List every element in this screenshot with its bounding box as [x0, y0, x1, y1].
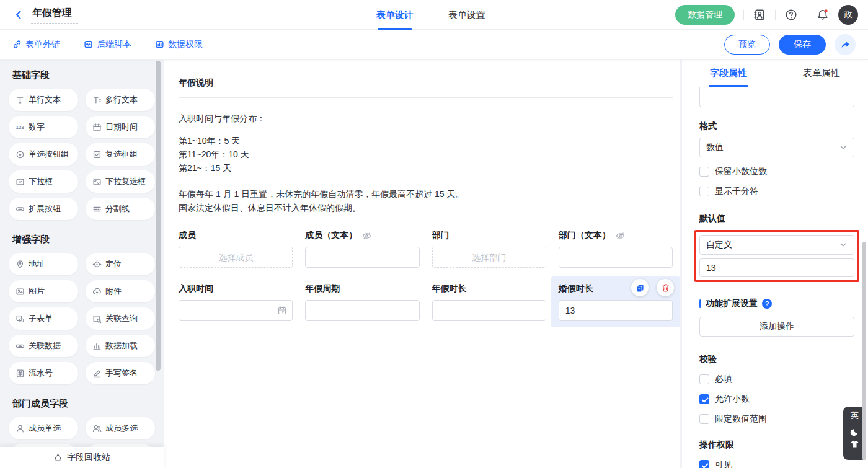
field-pill-divider[interactable]: 分割线 — [86, 198, 155, 220]
field-pill-attachment[interactable]: 附件 — [86, 280, 155, 302]
checkbox-box[interactable] — [699, 460, 709, 468]
field-pill-linked-data[interactable]: 关联数据 — [9, 335, 78, 357]
eye-off-icon — [361, 231, 372, 241]
field-pill-number[interactable]: 123数字 — [9, 116, 78, 138]
chevron-down-icon — [839, 241, 848, 249]
radio-icon — [16, 150, 25, 159]
default-value-input[interactable] — [699, 258, 854, 277]
field-department[interactable]: 部门 — [432, 229, 546, 268]
tab-form-properties[interactable]: 表单属性 — [775, 60, 868, 87]
form-description-field[interactable]: 年假说明 入职时间与年假分布： 第1~10年：5 天 第11~20年：10 天 … — [179, 76, 673, 214]
checkbox-box[interactable] — [699, 374, 709, 384]
field-annual-leave-duration[interactable]: 年假时长 — [432, 283, 546, 321]
field-pill-data-load[interactable]: 数据加载 — [86, 335, 155, 357]
preview-button[interactable]: 预览 — [724, 35, 770, 55]
field-pill-address[interactable]: 地址 — [9, 253, 78, 275]
extension-help-icon[interactable]: ? — [762, 299, 772, 309]
enhanced-field-list: 地址 定位 图片 附件 子表单 关联查询 关联数据 数据加载 流水号 手写签名 — [9, 253, 155, 384]
checkbox-box[interactable] — [699, 187, 709, 196]
field-pill-signature[interactable]: 手写签名 — [86, 362, 155, 384]
checkbox-icon — [92, 150, 102, 159]
contacts-button[interactable] — [753, 8, 766, 22]
back-button[interactable] — [10, 6, 27, 24]
contacts-book-icon — [753, 9, 766, 21]
checkbox-required[interactable]: 必填 — [699, 374, 854, 385]
divider — [807, 10, 807, 20]
field-pill-datetime[interactable]: 日期时间 — [86, 116, 155, 138]
script-icon — [84, 40, 93, 49]
panel-scrollbar[interactable] — [862, 242, 866, 460]
field-pill-multi-select[interactable]: 下拉复选框 — [86, 170, 155, 193]
trash-icon — [661, 283, 670, 293]
member-picker-input[interactable] — [179, 247, 293, 268]
field-pill-extend-button[interactable]: 扩展按钮 — [9, 198, 78, 220]
multi-dropdown-icon — [92, 177, 102, 187]
field-member[interactable]: 成员 — [179, 229, 293, 268]
field-pill-image[interactable]: 图片 — [9, 280, 78, 302]
field-annual-leave-cycle[interactable]: 年假周期 — [305, 283, 419, 321]
bell-icon — [817, 9, 829, 21]
field-pill-serial-number[interactable]: 流水号 — [9, 362, 78, 384]
theme-shirt-icon[interactable] — [850, 439, 859, 449]
field-sidebar: 基础字段 单行文本 多行文本 123数字 日期时间 单选按钮组 复选框组 下拉框… — [0, 60, 164, 468]
department-text-input[interactable] — [559, 247, 673, 268]
checkbox-box[interactable] — [699, 394, 709, 404]
member-text-input[interactable] — [305, 247, 419, 268]
delete-field-button[interactable] — [657, 279, 674, 296]
tab-field-properties[interactable]: 字段属性 — [682, 60, 775, 87]
section-accent-bar — [699, 299, 701, 308]
backend-script-link[interactable]: 后端脚本 — [84, 39, 131, 50]
sidebar-scrollbar[interactable] — [156, 61, 161, 371]
field-marriage-leave-duration[interactable]: 婚假时长 — [551, 276, 680, 327]
checkbox-box[interactable] — [699, 414, 709, 424]
number-123-icon: 123 — [16, 123, 25, 132]
help-button[interactable] — [784, 8, 798, 22]
data-manage-button[interactable]: 数据管理 — [675, 5, 735, 25]
field-pill-single-text[interactable]: 单行文本 — [9, 89, 78, 111]
field-department-text[interactable]: 部门（文本） — [559, 229, 673, 268]
field-pill-linked-query[interactable]: 关联查询 — [86, 307, 155, 330]
annual-leave-duration-input[interactable] — [432, 300, 546, 321]
field-member-text[interactable]: 成员（文本） — [305, 229, 419, 268]
annual-leave-cycle-input[interactable] — [305, 300, 419, 321]
divider — [743, 10, 744, 20]
format-select[interactable]: 数值 — [699, 138, 854, 157]
form-external-link[interactable]: 表单外链 — [12, 39, 60, 50]
checkbox-limit-range[interactable]: 限定数值范围 — [699, 413, 854, 425]
description-line: 年假每年 1 月 1 日重置，未休完的年假自动清零，年假最高不超过 15 天。 — [179, 187, 673, 201]
checkbox-allow-decimal[interactable]: 允许小数 — [699, 394, 854, 405]
copy-field-button[interactable] — [631, 279, 649, 296]
field-pill-location[interactable]: 定位 — [86, 253, 155, 275]
marriage-leave-duration-input[interactable] — [559, 300, 673, 321]
hire-date-input[interactable] — [179, 300, 293, 321]
field-pill-member-single[interactable]: 成员单选 — [9, 417, 78, 439]
field-recycle-bin[interactable]: 字段回收站 — [0, 447, 164, 468]
notification-button[interactable] — [816, 8, 830, 22]
default-type-select[interactable]: 自定义 — [699, 235, 854, 255]
share-button[interactable] — [835, 34, 856, 55]
tab-form-settings[interactable]: 表单设置 — [448, 0, 485, 30]
description-line: 国家法定休假日、休息日不计入年休假的假期。 — [179, 201, 673, 214]
field-pill-radio-group[interactable]: 单选按钮组 — [9, 143, 78, 166]
avatar[interactable]: 政 — [838, 5, 858, 25]
field-hire-date[interactable]: 入职时间 — [179, 283, 293, 321]
translate-language-button[interactable]: 英 — [851, 411, 859, 419]
tab-form-design[interactable]: 表单设计 — [376, 0, 414, 30]
save-button[interactable]: 保存 — [779, 35, 826, 55]
checkbox-visible[interactable]: 可见 — [699, 459, 854, 468]
field-pill-select[interactable]: 下拉框 — [9, 170, 78, 193]
field-pill-subform[interactable]: 子表单 — [9, 307, 78, 330]
page-title[interactable]: 年假管理 — [31, 6, 78, 24]
dark-mode-moon-icon[interactable] — [850, 427, 859, 436]
field-pill-multi-text[interactable]: 多行文本 — [86, 89, 155, 111]
checkbox-keep-decimal[interactable]: 保留小数位数 — [699, 166, 854, 177]
data-permission-link[interactable]: 数据权限 — [155, 39, 203, 50]
field-pill-checkbox-group[interactable]: 复选框组 — [86, 143, 155, 166]
checkbox-thousand-separator[interactable]: 显示千分符 — [699, 186, 854, 197]
add-action-button[interactable]: 添加操作 — [699, 317, 854, 337]
panel-top-input[interactable] — [699, 87, 854, 107]
eye-off-icon — [615, 231, 626, 241]
checkbox-box[interactable] — [699, 167, 709, 177]
field-pill-member-multi[interactable]: 成员多选 — [86, 417, 155, 439]
department-picker-input[interactable] — [432, 247, 546, 268]
